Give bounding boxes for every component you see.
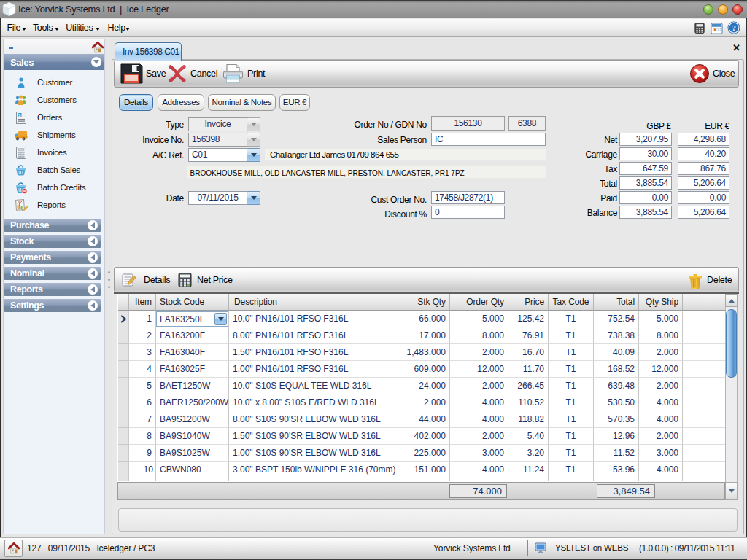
svg-text:?: ? xyxy=(732,23,736,32)
svg-text:$: $ xyxy=(18,113,20,117)
